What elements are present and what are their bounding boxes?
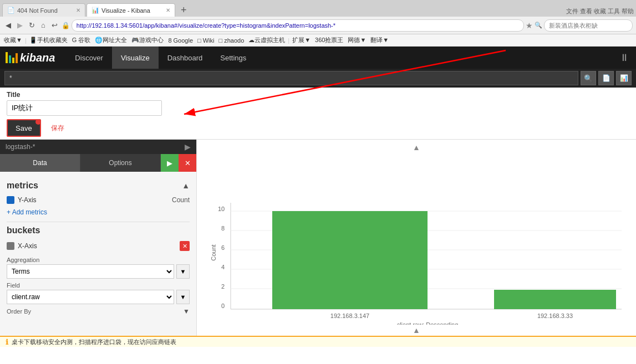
- field-group: Field client.raw ▼: [7, 282, 190, 304]
- kibana-logo-text: kibana: [20, 52, 55, 64]
- sidebar-tab-data[interactable]: Data: [0, 154, 80, 172]
- aggregation-label: Aggregation: [7, 257, 190, 263]
- nav-settings[interactable]: Settings: [211, 47, 255, 69]
- search-bar[interactable]: [544, 19, 633, 32]
- kibana-search-btn[interactable]: 🔍: [581, 71, 596, 85]
- svg-text:2: 2: [221, 283, 225, 290]
- back-btn[interactable]: ◀: [3, 20, 13, 30]
- kibana-search-input[interactable]: [4, 71, 578, 85]
- x-axis-remove-btn[interactable]: ✕: [180, 241, 190, 251]
- bookmark-translate[interactable]: 翻译▼: [369, 35, 390, 45]
- tab-bar: 📄 404 Not Found ✕ 📊 Visualize - Kibana ✕…: [0, 0, 636, 17]
- field-label: Field: [7, 282, 190, 289]
- tab-kibana-close[interactable]: ✕: [166, 7, 170, 13]
- bottom-bar-text: 桌卡下载移动安全内测，扫描程序进口袋，现在访问应商链表: [12, 338, 176, 346]
- sidebar-run-btn[interactable]: ▶: [161, 154, 179, 172]
- bookmark-favorites[interactable]: 收藏▼: [2, 35, 24, 45]
- svg-text:4: 4: [221, 264, 225, 270]
- sidebar-close-btn[interactable]: ✕: [179, 154, 196, 172]
- new-tab-btn[interactable]: +: [176, 3, 191, 17]
- nav-bar: ◀ ▶ ↻ ⌂ ↩ 🔒 * ★ 🔍: [0, 17, 636, 34]
- nav-dashboard[interactable]: Dashboard: [159, 47, 212, 69]
- metrics-title: metrics: [7, 181, 38, 191]
- svg-text:192.168.3.33: 192.168.3.33: [537, 312, 573, 319]
- bookmark-360[interactable]: 360抢票王: [313, 35, 345, 45]
- save-btn-red-circle: [35, 119, 41, 125]
- sidebar-index-label: logstash-*: [6, 143, 35, 151]
- svg-text:0: 0: [221, 303, 225, 309]
- title-input[interactable]: [7, 100, 162, 116]
- buckets-title: buckets: [7, 225, 40, 235]
- add-metrics-btn[interactable]: + Add metrics: [7, 208, 47, 216]
- bottom-bar: ℹ 桌卡下载移动安全内测，扫描程序进口袋，现在访问应商链表: [0, 336, 636, 347]
- bottom-bar-icon: ℹ: [6, 338, 8, 346]
- browser-menu-label: 文件 查看 收藏 工具 帮助: [566, 7, 634, 16]
- field-select[interactable]: client.raw: [7, 290, 174, 304]
- aggregation-group: Aggregation Terms ▼: [7, 257, 190, 279]
- tab-404[interactable]: 📄 404 Not Found ✕: [2, 3, 85, 17]
- kibana-header-pause[interactable]: ⏸: [613, 52, 636, 64]
- kibana-toolbar-btn1[interactable]: 📄: [598, 71, 614, 85]
- chart-collapse-bottom[interactable]: ▲: [202, 325, 630, 336]
- address-star[interactable]: ★: [526, 21, 533, 30]
- kibana-toolbar: 🔍 📄 📊: [0, 69, 636, 88]
- bookmark-google[interactable]: 8 Google: [166, 37, 195, 44]
- chart-area: ▲ 0 2 4 6 8 10 Count: [197, 140, 636, 336]
- svg-text:8: 8: [221, 225, 225, 232]
- tab-kibana-favicon: 📊: [91, 7, 99, 14]
- lock-icon: 🔒: [62, 22, 70, 29]
- sidebar-index-header: logstash-* ▶: [0, 140, 196, 154]
- logo-bars: [6, 52, 18, 63]
- bookmarks-bar: 收藏▼ | 📱手机收藏夹 G 谷歌 🌐网址大全 🎮游戏中心 8 Google □…: [0, 34, 636, 47]
- metrics-collapse-btn[interactable]: ▲: [182, 181, 190, 190]
- sidebar-tab-options[interactable]: Options: [80, 154, 161, 172]
- svg-text:192.168.3.147: 192.168.3.147: [330, 312, 369, 319]
- undo-btn[interactable]: ↩: [49, 20, 60, 30]
- aggregation-dropdown-btn[interactable]: ▼: [176, 264, 190, 279]
- bar-2: [494, 290, 616, 309]
- tab-404-close[interactable]: ✕: [76, 7, 80, 13]
- address-bar[interactable]: *: [72, 19, 524, 32]
- bookmark-net[interactable]: 网德▼: [346, 35, 368, 45]
- tab-404-favicon: 📄: [7, 7, 15, 14]
- bookmark-url[interactable]: 🌐网址大全: [93, 35, 129, 45]
- buckets-section: buckets X-Axis ✕ Aggregation Ter: [7, 225, 190, 315]
- refresh-btn[interactable]: ↻: [27, 20, 37, 30]
- nav-visualize[interactable]: Visualize: [112, 47, 159, 69]
- title-label: Title: [7, 91, 629, 99]
- x-axis-item: X-Axis ✕: [7, 239, 190, 253]
- save-btn[interactable]: Save: [7, 119, 41, 137]
- metrics-section: metrics ▲ Y-Axis Count + Add metrics: [7, 181, 190, 222]
- kibana-toolbar-btn2[interactable]: 📊: [616, 71, 632, 85]
- tab-kibana[interactable]: 📊 Visualize - Kibana ✕: [87, 3, 175, 17]
- bookmark-games[interactable]: 🎮游戏中心: [130, 35, 165, 45]
- tab-404-label: 404 Not Found: [17, 7, 74, 14]
- sidebar-collapse-btn[interactable]: ▶: [185, 142, 191, 151]
- kibana-main: logstash-* ▶ Data Options ▶ ✕ metric: [0, 140, 636, 336]
- sidebar-tabs-row: Data Options ▶ ✕: [0, 154, 196, 172]
- home-btn[interactable]: ⌂: [39, 20, 48, 30]
- metrics-item-y-axis: Y-Axis Count: [7, 194, 190, 206]
- bookmark-cloud[interactable]: ☁云虚拟主机: [247, 35, 287, 45]
- bookmark-mobile[interactable]: 📱手机收藏夹: [28, 35, 69, 45]
- chart-collapse-top[interactable]: ▲: [202, 142, 630, 153]
- bar-1: [272, 211, 428, 309]
- orderby-label: Order By: [7, 308, 31, 315]
- nav-discover[interactable]: Discover: [66, 47, 112, 69]
- field-dropdown-btn[interactable]: ▼: [176, 290, 190, 304]
- sidebar: logstash-* ▶ Data Options ▶ ✕ metric: [0, 140, 197, 336]
- orderby-collapse[interactable]: ▼: [183, 307, 190, 315]
- ext-btn1[interactable]: 🔍: [535, 22, 542, 29]
- histogram-chart: 0 2 4 6 8 10 Count: [202, 153, 630, 325]
- bookmark-zhaodo[interactable]: □ zhaodo: [217, 37, 246, 44]
- aggregation-select[interactable]: Terms: [7, 264, 174, 279]
- kibana-logo: kibana: [6, 52, 55, 64]
- x-axis-color-box: [7, 242, 14, 250]
- y-axis-value: Count: [172, 196, 190, 204]
- forward-btn[interactable]: ▶: [15, 20, 25, 30]
- y-axis-label: Y-Axis: [18, 196, 37, 204]
- bookmark-google-icon[interactable]: G 谷歌: [70, 35, 93, 45]
- y-axis-color-box: [7, 196, 14, 204]
- bookmark-wiki[interactable]: □ Wiki: [196, 37, 216, 44]
- bookmark-ext[interactable]: 扩展▼: [291, 35, 312, 45]
